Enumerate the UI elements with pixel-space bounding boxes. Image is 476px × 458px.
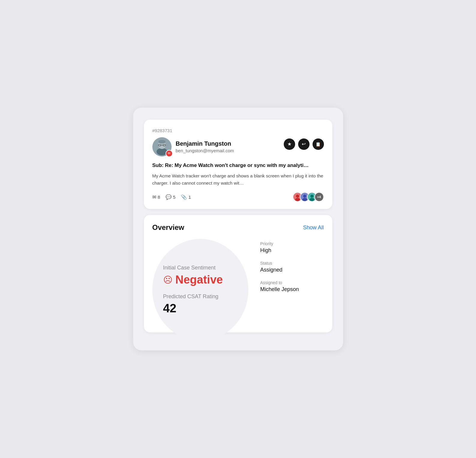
email-stat: ✉ 8 [152,194,160,200]
svg-point-8 [296,195,299,198]
svg-point-6 [158,140,166,144]
main-container: #9283731 [133,108,343,351]
star-button[interactable]: ★ [284,138,295,150]
csat-value: 42 [163,302,238,315]
sentiment-label: Initial Case Sentiment [163,265,238,271]
status-value: Assigned [260,267,324,273]
email-badge: ✉ [166,150,173,157]
message-stat-icon: 💬 [166,194,172,200]
ticket-id: #9283731 [152,128,324,133]
email-badge-icon: ✉ [168,151,170,155]
ticket-subject: Sub: Re: My Acme Watch won't charge or s… [152,162,324,169]
ticket-header: ✉ Benjamin Tungston ben_tungston@myemail… [152,137,324,156]
sentiment-circle-wrapper: Initial Case Sentiment ☹ Negative Predic… [152,239,248,323]
reply-icon: ↩ [302,141,306,147]
priority-field: Priority High [260,241,324,254]
status-label: Status [260,261,324,266]
overview-title: Overview [152,223,184,232]
copy-icon: 📋 [316,142,321,147]
svg-point-14 [310,195,313,198]
copy-button[interactable]: 📋 [313,138,324,150]
star-icon: ★ [287,141,292,147]
svg-point-9 [295,198,300,201]
assigned-to-value: Michelle Jepson [260,286,324,293]
ticket-stats: ✉ 8 💬 5 📎 1 [152,194,191,200]
svg-point-15 [310,198,314,201]
assignee-avatars: +4 [293,192,324,202]
email-stat-icon: ✉ [152,194,156,200]
assigned-to-label: Assigned to [260,280,324,285]
message-count: 5 [173,195,175,200]
reply-button[interactable]: ↩ [298,138,310,150]
overview-card: Overview Show All Initial Case Sentiment… [144,215,332,332]
sad-face-icon: ☹ [163,275,172,285]
ticket-body: My Acme Watch tracker won't charge and s… [152,172,324,187]
svg-point-11 [303,195,306,198]
sentiment-value: Negative [175,273,223,286]
ticket-card: #9283731 [144,120,332,209]
contact-info: Benjamin Tungston ben_tungston@myemail.c… [176,140,234,153]
avatar-wrapper: ✉ [152,137,172,156]
ticket-header-left: ✉ Benjamin Tungston ben_tungston@myemail… [152,137,234,156]
attachment-stat: 📎 1 [181,194,191,200]
attachment-count: 1 [188,195,191,200]
sentiment-circle: Initial Case Sentiment ☹ Negative Predic… [152,239,248,341]
action-icons: ★ ↩ 📋 [284,138,324,150]
message-stat: 💬 5 [166,194,175,200]
csat-label: Predicted CSAT Rating [163,293,238,300]
overview-content: Initial Case Sentiment ☹ Negative Predic… [152,239,324,323]
attachment-stat-icon: 📎 [181,194,187,200]
sentiment-value-row: ☹ Negative [163,273,238,286]
assignee-count: +4 [314,192,324,202]
email-count: 8 [158,195,160,200]
show-all-link[interactable]: Show All [303,225,324,231]
contact-name: Benjamin Tungston [176,140,234,147]
contact-email: ben_tungston@myemail.com [176,148,234,153]
assigned-to-field: Assigned to Michelle Jepson [260,280,324,293]
status-field: Status Assigned [260,261,324,273]
priority-value: High [260,247,324,254]
ticket-footer: ✉ 8 💬 5 📎 1 [152,192,324,202]
priority-label: Priority [260,241,324,246]
overview-fields: Priority High Status Assigned Assigned t… [248,239,324,323]
svg-point-12 [302,198,307,201]
overview-header: Overview Show All [152,223,324,232]
